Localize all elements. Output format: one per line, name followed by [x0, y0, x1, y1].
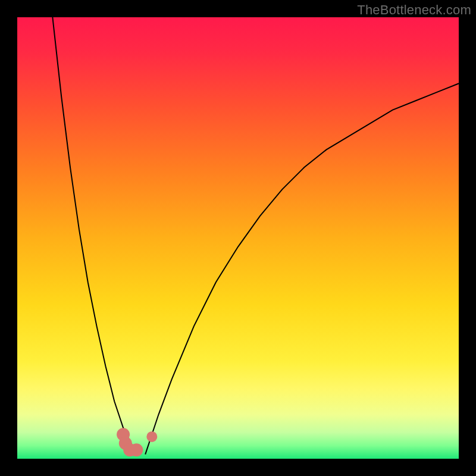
- marker-left-jog: [130, 443, 143, 456]
- watermark: TheBottleneck.com: [357, 2, 471, 18]
- marker-right-dot: [146, 431, 157, 442]
- markers-group: [117, 428, 157, 456]
- left-curve: [52, 17, 136, 455]
- plot-frame: [17, 17, 459, 459]
- right-curve: [145, 83, 459, 454]
- curves-layer: [17, 17, 459, 459]
